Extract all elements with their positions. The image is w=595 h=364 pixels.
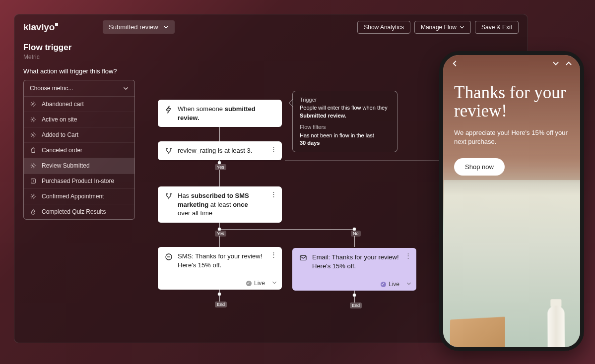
metric-option[interactable]: Active on site <box>24 112 134 127</box>
metric-option-label: Completed Quiz Results <box>42 208 106 215</box>
chevron-down-icon <box>406 281 411 288</box>
svg-point-1 <box>32 119 34 121</box>
flow-selector-label: Submitted review <box>109 23 158 31</box>
metric-select[interactable]: Choose metric... Abandoned cartActive on… <box>23 80 135 220</box>
sms-icon <box>165 253 173 261</box>
show-analytics-button[interactable]: Show Analytics <box>357 21 410 34</box>
bag-icon <box>30 147 37 154</box>
gear-icon <box>30 193 37 200</box>
status-label: Live <box>254 280 265 287</box>
metric-option[interactable]: Canceled order <box>24 143 134 158</box>
condition-node-rating[interactable]: review_rating is at least 3. ⋮ <box>158 141 282 160</box>
gear-icon <box>30 101 37 108</box>
metric-option-label: Active on site <box>42 116 77 123</box>
metric-option[interactable]: Confirmed Appointment <box>24 189 134 204</box>
metric-option-label: Confirmed Appointment <box>42 193 104 200</box>
gear-icon <box>30 131 37 138</box>
square-icon <box>30 178 37 184</box>
metric-option[interactable]: Purchased Product In-store <box>24 174 134 189</box>
preview-content: Thanks for your review! We appreciate yo… <box>454 84 569 176</box>
metric-option[interactable]: Added to Cart <box>24 127 134 143</box>
trigger-node[interactable]: When someone submitted review. <box>158 100 282 127</box>
branch-no-label: No <box>351 231 361 237</box>
metric-option-label: Purchased Product In-store <box>42 178 114 184</box>
branch-yes-label: Yes <box>215 164 226 170</box>
save-exit-button[interactable]: Save & Exit <box>475 21 519 34</box>
chevron-up-icon[interactable] <box>565 60 572 67</box>
status-label: Live <box>389 281 399 288</box>
kebab-icon[interactable]: ⋮ <box>269 190 278 198</box>
brand-logo: klaviyo <box>23 22 58 33</box>
metric-placeholder: Choose metric... <box>30 85 73 92</box>
svg-point-3 <box>32 165 34 167</box>
metric-option-label: Added to Cart <box>42 131 78 138</box>
back-icon[interactable] <box>451 60 458 67</box>
svg-point-6 <box>32 195 34 197</box>
metric-option[interactable]: Review Submitted <box>24 158 134 174</box>
branch-yes-label: Yes <box>215 231 226 237</box>
status-check-icon: ✓ <box>381 282 386 287</box>
preview-nav <box>443 60 580 67</box>
manage-flow-button[interactable]: Manage Flow <box>414 21 471 34</box>
split-icon <box>165 192 173 200</box>
metric-option[interactable]: Completed Quiz Results <box>24 204 134 219</box>
metric-option-label: Review Submitted <box>42 162 90 169</box>
split-icon <box>165 147 173 155</box>
email-action-node[interactable]: Email: Thanks for your review! Here's 15… <box>292 248 416 291</box>
gear-icon <box>30 116 37 123</box>
sms-action-node[interactable]: SMS: Thanks for your review! Here's 15% … <box>158 247 282 290</box>
condition-node-sms[interactable]: Has subscribed to SMS marketing at least… <box>158 186 282 223</box>
status-selector[interactable]: ✓ Live <box>381 281 411 288</box>
email-icon <box>299 254 307 262</box>
shop-now-button[interactable]: Shop now <box>454 158 505 176</box>
flow-selector[interactable]: Submitted review <box>103 20 175 34</box>
branch-end-label: End <box>215 302 227 307</box>
svg-point-0 <box>32 103 34 105</box>
status-check-icon: ✓ <box>246 281 252 286</box>
chevron-down-icon <box>163 24 169 30</box>
kebab-icon[interactable]: ⋮ <box>269 145 278 153</box>
chevron-down-icon <box>272 280 277 287</box>
chevron-down-icon[interactable] <box>552 60 559 67</box>
kebab-icon[interactable]: ⋮ <box>403 252 412 259</box>
preview-body: We appreciate you! Here's 15% off your n… <box>454 128 569 146</box>
svg-point-2 <box>32 134 34 136</box>
metric-option[interactable]: Abandoned cart <box>24 97 134 112</box>
metric-option-label: Abandoned cart <box>42 101 84 108</box>
kebab-icon[interactable]: ⋮ <box>269 251 278 258</box>
metric-select-header[interactable]: Choose metric... <box>24 80 134 97</box>
status-selector[interactable]: ✓ Live <box>246 280 277 287</box>
metric-option-label: Canceled order <box>42 147 82 154</box>
phone-preview: Thanks for your review! We appreciate yo… <box>439 51 584 351</box>
flame-icon <box>30 208 37 215</box>
svg-point-5 <box>33 181 34 182</box>
chevron-down-icon <box>460 25 464 30</box>
topbar: klaviyo Submitted review Show Analytics … <box>14 14 528 41</box>
gear-icon <box>30 162 37 169</box>
lightning-icon <box>165 106 173 114</box>
section-title: Flow trigger <box>23 43 519 53</box>
svg-rect-8 <box>300 256 306 260</box>
preview-title: Thanks for your review! <box>454 84 569 121</box>
chevron-down-icon <box>123 86 129 91</box>
branch-end-label: End <box>350 303 362 308</box>
